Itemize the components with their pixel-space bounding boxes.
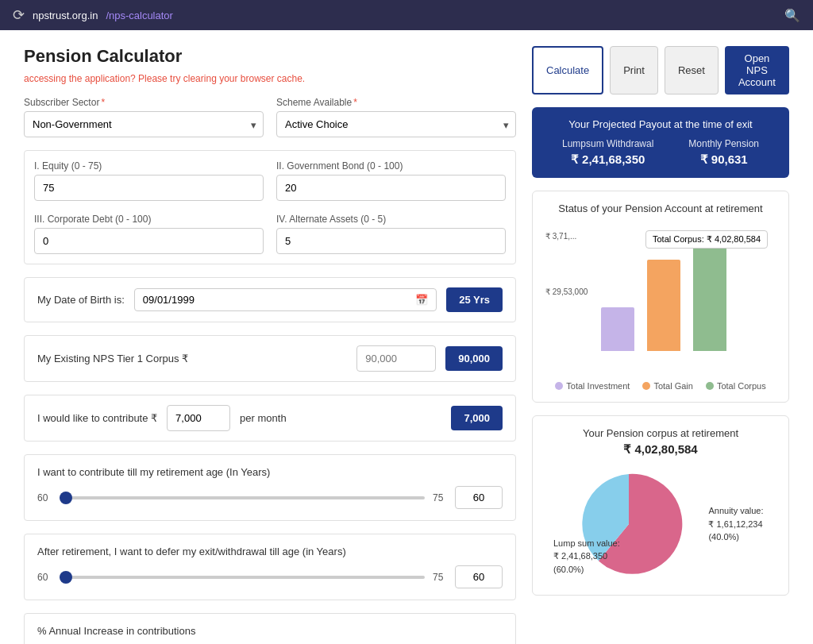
dob-input-wrap: 📅 [134,288,437,311]
withdrawal-age-value[interactable] [455,565,503,588]
main-content: Pension Calculator accessing the applica… [0,30,813,644]
govt-bond-label: II. Government Bond (0 - 100) [276,160,506,172]
warning-text: accessing the application? Please try cl… [24,73,516,84]
pie-total: ₹ 4,02,80,584 [545,442,776,457]
contribution-row: I would like to contribute ₹ per month 7… [24,395,516,442]
legend-corpus-label: Total Corpus [717,381,766,391]
print-button[interactable]: Print [610,46,658,94]
pie-labels: Annuity value: ₹ 1,61,12,234 (40.0%) [708,504,763,544]
calculate-button[interactable]: Calculate [532,46,603,94]
corpus-label: My Existing NPS Tier 1 Corpus ₹ [37,353,347,364]
legend-gain-label: Total Gain [653,381,693,391]
y-axis-mid: ₹ 29,53,000 [545,287,588,296]
bar-corpus [693,233,726,351]
retirement-age-title: I want to contribute till my retirement … [37,466,503,478]
lumpsum-label: Lumpsum Withdrawal [562,138,653,149]
dob-label: My Date of Birth is: [37,294,125,306]
contribution-label: I would like to contribute ₹ [37,412,157,424]
left-panel: Pension Calculator accessing the applica… [24,46,516,644]
equity-input[interactable] [34,175,264,201]
equity-bond-row: I. Equity (0 - 75) II. Government Bond (… [34,160,506,201]
investment-section: I. Equity (0 - 75) II. Government Bond (… [24,150,516,264]
bar-chart-card: Status of your Pension Account at retire… [532,191,789,403]
scheme-available-group: Scheme Available * Active Choice Auto Ch… [276,97,516,137]
legend-investment-label: Total Investment [566,381,630,391]
sector-scheme-row: Subscriber Sector * Non-Government Gover… [24,97,516,137]
bar-investment [601,307,634,351]
lumpsum-payout: Lumpsum Withdrawal ₹ 2,41,68,350 [562,138,653,167]
retirement-age-max: 75 [433,492,447,503]
corpus-badge: 90,000 [445,346,503,371]
logo-icon: ⟳ [13,6,25,24]
age-badge: 25 Yrs [446,287,503,312]
corpus-input[interactable] [356,345,436,372]
annual-increase-title: % Annual Increase in contributions [37,625,503,637]
bar-gain-fill [647,260,680,351]
payout-card: Your Projected Payout at the time of exi… [532,107,789,178]
action-buttons: Calculate Print Reset Open NPS Account [532,46,789,94]
y-axis-top: ₹ 3,71,... [545,232,576,241]
search-icon[interactable]: 🔍 [784,8,800,23]
payout-values: Lumpsum Withdrawal ₹ 2,41,68,350 Monthly… [545,138,776,167]
legend-corpus: Total Corpus [706,381,766,391]
pie-annuity-label: Annuity value: ₹ 1,61,12,234 (40.0%) [708,504,763,544]
corporate-debt-label: III. Corporate Debt (0 - 100) [34,214,264,225]
subscriber-sector-group: Subscriber Sector * Non-Government Gover… [24,97,264,137]
debt-assets-row: III. Corporate Debt (0 - 100) IV. Altern… [34,214,506,254]
legend-gain-dot [642,382,650,390]
payout-title: Your Projected Payout at the time of exi… [545,118,776,130]
withdrawal-age-slider[interactable] [60,576,425,579]
pie-title: Your Pension corpus at retirement [545,427,776,439]
bar-investment-fill [601,307,634,351]
govt-bond-group: II. Government Bond (0 - 100) [276,160,506,201]
withdrawal-age-section: After retirement, I want to defer my exi… [24,534,516,600]
subscriber-sector-select[interactable]: Non-Government Government Corporate [25,112,263,137]
lumpsum-value: ₹ 2,41,68,350 [562,152,653,167]
scheme-available-label: Scheme Available * [276,97,516,108]
corporate-debt-input[interactable] [34,228,264,254]
dob-input[interactable] [143,294,409,306]
legend-corpus-dot [706,382,714,390]
dob-row: My Date of Birth is: 📅 25 Yrs [24,277,516,322]
corporate-debt-group: III. Corporate Debt (0 - 100) [34,214,264,254]
scheme-available-select[interactable]: Active Choice Auto Choice [277,112,515,137]
pension-value: ₹ 90,631 [688,152,759,167]
url-path: /nps-calculator [106,10,173,21]
reset-button[interactable]: Reset [665,46,719,94]
url-base: npstrust.org.in [33,10,98,21]
retirement-age-slider[interactable] [60,496,425,499]
contribution-badge: 7,000 [451,406,503,430]
withdrawal-age-min: 60 [37,572,52,583]
subscriber-sector-label: Subscriber Sector * [24,97,264,108]
pie-container: Annuity value: ₹ 1,61,12,234 (40.0%) Lum… [545,465,776,584]
legend-investment: Total Investment [555,381,630,391]
withdrawal-age-max: 75 [433,572,447,583]
calendar-icon[interactable]: 📅 [415,294,428,306]
withdrawal-age-slider-row: 60 75 [37,565,503,588]
withdrawal-age-title: After retirement, I want to defer my exi… [37,546,503,557]
bar-chart-area: ₹ 3,71,... ₹ 29,53,000 Total Corpus: ₹ 4… [545,224,776,375]
legend-gain: Total Gain [642,381,693,391]
alternate-assets-label: IV. Alternate Assets (0 - 5) [276,214,506,225]
annual-increase-section: % Annual Increase in contributions 0 20 [24,613,516,644]
retirement-age-min: 60 [37,492,52,503]
page-title: Pension Calculator [24,46,516,67]
pie-chart-card: Your Pension corpus at retirement ₹ 4,02… [532,415,789,596]
bar-gain [647,260,680,351]
retirement-age-section: I want to contribute till my retirement … [24,454,516,521]
bar-chart-tooltip: Total Corpus: ₹ 4,02,80,584 [645,230,768,249]
alternate-assets-input[interactable] [276,228,506,254]
bar-corpus-fill [693,233,726,351]
corpus-row: My Existing NPS Tier 1 Corpus ₹ 90,000 [24,335,516,382]
top-bar: ⟳ npstrust.org.in/nps-calculator 🔍 [0,0,813,30]
equity-group: I. Equity (0 - 75) [34,160,264,201]
retirement-age-value[interactable] [455,486,503,509]
open-nps-button[interactable]: Open NPS Account [725,46,789,94]
pension-payout: Monthly Pension ₹ 90,631 [688,138,759,167]
legend-investment-dot [555,382,563,390]
pension-label: Monthly Pension [688,138,759,149]
contribution-input[interactable] [167,405,230,431]
govt-bond-input[interactable] [276,175,506,201]
equity-label: I. Equity (0 - 75) [34,160,264,172]
bar-chart-title: Status of your Pension Account at retire… [545,202,776,214]
